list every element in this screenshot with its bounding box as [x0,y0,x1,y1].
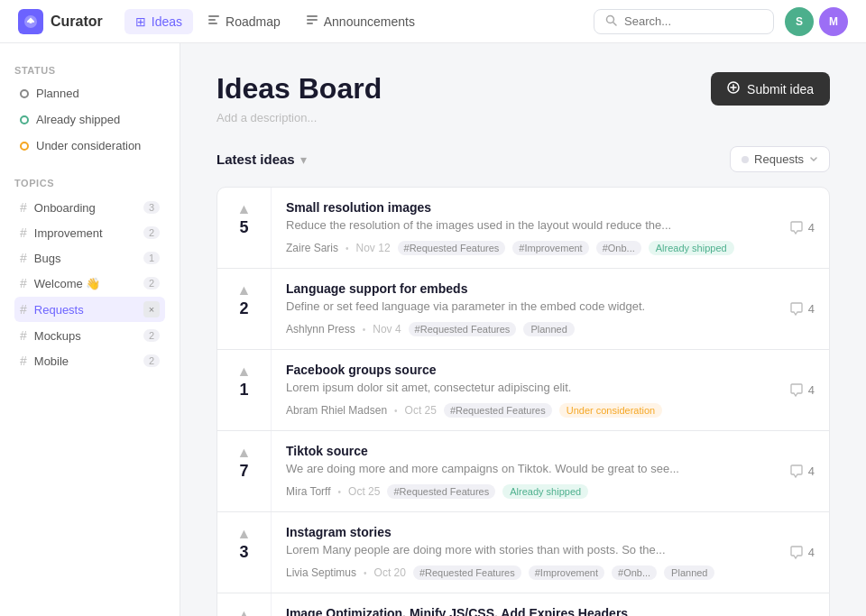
sidebar-item-onboarding[interactable]: # Onboarding 3 [14,196,165,219]
comment-count-3: 4 [808,383,815,397]
mobile-count: 2 [143,354,160,367]
idea-title-2: Language support for embeds [286,281,760,296]
author-3: Abram Rhiel Madsen [286,404,387,417]
upvote-button-1[interactable]: ▲ [237,202,252,216]
app-logo[interactable]: Curator [18,9,103,34]
upvote-button-4[interactable]: ▲ [237,446,252,460]
hash-icon: # [20,302,27,317]
idea-body-1[interactable]: Small resolution images Reduce the resol… [272,188,775,268]
idea-description-2: Define or set feed language via paramete… [286,299,760,313]
sidebar-item-improvement[interactable]: # Improvement 2 [14,221,165,244]
nav-items: ⊞ Ideas Roadmap Announcements [124,8,572,34]
vote-count-3: 1 [239,381,248,400]
nav-item-roadmap[interactable]: Roadmap [197,8,291,34]
comment-count-2: 4 [808,302,815,316]
tag-5b: #Improvement [529,565,604,580]
svg-rect-6 [307,19,318,21]
status-badge-1: Already shipped [649,241,734,255]
idea-description-4: We are doing more and more campaigns on … [286,462,760,475]
author-5: Livia Septimus [286,566,356,579]
search-bar[interactable] [594,9,774,34]
svg-rect-3 [208,19,216,21]
sidebar-topics-section: Topics # Onboarding 3 # Improvement 2 [14,178,165,372]
sidebar-item-mockups[interactable]: # Mockups 2 [14,324,165,347]
author-1: Zaire Saris [286,242,338,254]
idea-right-4: 4 [775,431,829,511]
submit-idea-button[interactable]: Submit idea [711,72,830,106]
filter-left: Latest ideas ▾ [216,152,307,167]
nav-item-ideas[interactable]: ⊞ Ideas [124,9,193,34]
idea-card-5: ▲ 3 Instagram stories Lorem Many people … [216,511,830,593]
comment-button-5[interactable]: 4 [789,546,815,560]
svg-point-1 [29,20,32,23]
idea-description-3: Lorem ipsum dolor sit amet, consectetur … [286,381,760,394]
status-badge-4: Already shipped [502,484,588,499]
idea-card-4: ▲ 7 Tiktok source We are doing more and … [216,430,830,512]
vote-col-4: ▲ 7 [217,431,272,511]
idea-body-4[interactable]: Tiktok source We are doing more and more… [272,431,775,511]
svg-rect-4 [208,23,217,24]
avatar-s[interactable]: S [785,7,814,36]
date-4: Oct 25 [348,485,380,498]
upvote-button-6[interactable]: ▲ [237,608,252,616]
idea-body-6[interactable]: Image Optimization, Minify JS/CSS, Add E… [272,593,786,616]
topic-list: # Onboarding 3 # Improvement 2 # Bugs [14,196,165,372]
upvote-button-3[interactable]: ▲ [237,364,252,379]
submit-label: Submit idea [747,82,814,97]
requests-clear-button[interactable]: × [143,301,160,317]
sidebar-status-shipped[interactable]: Already shipped [14,109,165,130]
sidebar-status-section: Status Planned Already shipped Under con… [14,65,165,156]
page-header: Ideas Board Add a description... Submit … [216,72,830,124]
consideration-dot [20,142,29,151]
logo-icon [18,9,43,34]
idea-right-2: 4 [775,269,829,349]
date-2: Nov 4 [373,323,401,336]
bugs-count: 1 [143,252,160,264]
sidebar: Status Planned Already shipped Under con… [0,43,180,616]
hash-icon: # [20,328,27,343]
idea-meta-4: Mira Torff • Oct 25 #Requested Features … [286,484,760,499]
filter-dot-icon [742,156,749,163]
consideration-label: Under consideration [36,139,141,152]
idea-body-3[interactable]: Facebook groups source Lorem ipsum dolor… [272,350,775,430]
idea-title-5: Instagram stories [286,525,760,539]
idea-card-6: ▲ 4 Image Optimization, Minify JS/CSS, A… [216,593,830,616]
filter-chevron-icon[interactable]: ▾ [300,152,307,167]
status-badge-2: Planned [523,322,574,336]
hash-icon: # [20,276,27,290]
idea-body-5[interactable]: Instagram stories Lorem Many people are … [272,512,775,593]
search-input[interactable] [624,14,762,28]
vote-col-5: ▲ 3 [217,512,272,593]
idea-meta-2: Ashlynn Press • Nov 4 #Requested Feature… [286,322,760,336]
idea-meta-5: Livia Septimus • Oct 20 #Requested Featu… [286,565,760,580]
comment-count-4: 4 [808,464,815,478]
sidebar-item-requests[interactable]: # Requests × [14,297,165,322]
comment-icon [789,221,804,235]
sidebar-item-welcome[interactable]: # Welcome 👋 2 [14,271,165,295]
nav-item-announcements[interactable]: Announcements [295,8,426,34]
page-description: Add a description... [216,111,382,124]
comment-button-2[interactable]: 4 [789,302,815,317]
idea-body-2[interactable]: Language support for embeds Define or se… [272,269,775,349]
sidebar-status-planned[interactable]: Planned [14,83,165,104]
avatar-m[interactable]: M [819,7,848,36]
svg-rect-2 [208,15,219,17]
idea-title-4: Tiktok source [286,444,760,458]
vote-col-2: ▲ 2 [217,269,272,349]
bugs-label: Bugs [34,252,61,265]
tag-5c: #Onb... [612,565,657,580]
sidebar-status-consideration[interactable]: Under consideration [14,135,165,156]
main-content: Ideas Board Add a description... Submit … [180,43,866,616]
comment-button-4[interactable]: 4 [789,464,815,479]
idea-right-1: 4 [775,188,829,268]
comment-button-3[interactable]: 4 [789,383,815,398]
sidebar-item-mobile[interactable]: # Mobile 2 [14,349,165,372]
onboarding-count: 3 [143,201,160,214]
sidebar-item-bugs[interactable]: # Bugs 1 [14,246,165,270]
filter-title: Latest ideas [216,152,295,167]
upvote-button-2[interactable]: ▲ [237,283,252,298]
comment-button-1[interactable]: 4 [789,221,815,235]
filter-dropdown[interactable]: Requests [730,146,830,172]
upvote-button-5[interactable]: ▲ [237,527,252,541]
improvement-label: Improvement [34,226,103,240]
